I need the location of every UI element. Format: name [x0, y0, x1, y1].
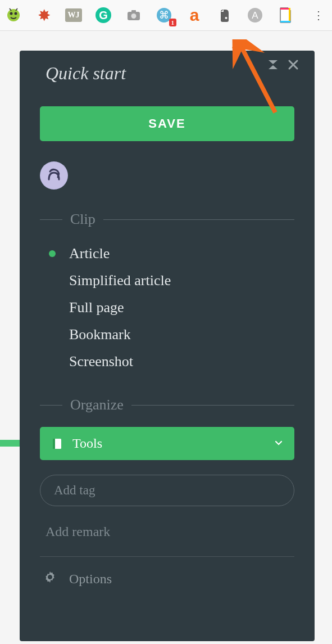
panel-body: SAVE Clip Article Simplified article	[20, 89, 315, 598]
inactive-dot-icon	[49, 304, 56, 311]
divider-line	[40, 219, 62, 220]
badge-count: 1	[169, 19, 177, 26]
svg-point-12	[225, 17, 228, 19]
page-highlight-strip	[0, 440, 20, 447]
clip-option-article[interactable]: Article	[49, 240, 294, 267]
gear-icon	[43, 570, 57, 587]
svg-text:A: A	[252, 10, 258, 21]
notebook-icon	[51, 438, 63, 450]
divider-line	[131, 405, 294, 406]
extension-star-icon[interactable]: ✸	[35, 6, 53, 24]
clip-option-screenshot[interactable]: Screenshot	[49, 348, 294, 375]
avatar[interactable]	[40, 161, 68, 190]
svg-point-2	[15, 12, 17, 15]
wj-icon[interactable]: WJ	[65, 8, 82, 22]
evernote-clipper-panel: Quick start SAVE Clip Artic	[20, 51, 315, 641]
close-icon[interactable]	[288, 59, 299, 74]
panel-title: Quick start	[46, 63, 126, 84]
organize-section: Organize Tools Add remark Options	[40, 397, 294, 587]
svg-rect-17	[280, 21, 290, 22]
section-header-clip: Clip	[40, 211, 294, 228]
command-icon[interactable]: ⌘ 1	[155, 6, 173, 24]
browser-menu-icon[interactable]: ⋮	[313, 8, 328, 22]
svg-marker-19	[231, 39, 248, 52]
panel-header: Quick start	[20, 51, 315, 89]
active-dot-icon	[49, 250, 56, 257]
svg-point-1	[10, 12, 13, 15]
inactive-dot-icon	[49, 331, 56, 338]
clip-section: Clip Article Simplified article Full pag…	[40, 211, 294, 375]
section-label: Clip	[70, 211, 95, 228]
clip-option-bookmark[interactable]: Bookmark	[49, 321, 294, 348]
evernote-icon[interactable]	[216, 6, 234, 24]
options-label: Options	[69, 571, 112, 587]
svg-point-20	[40, 162, 67, 189]
remark-input[interactable]: Add remark	[40, 524, 294, 557]
divider-line	[103, 219, 294, 220]
section-header-organize: Organize	[40, 397, 294, 413]
grammarly-icon[interactable]: G	[94, 6, 112, 24]
panel-controls	[267, 59, 299, 74]
svg-point-0	[7, 9, 20, 21]
inactive-dot-icon	[49, 358, 56, 365]
browser-extension-toolbar: ✸ WJ G ⌘ 1 a A ⋮	[0, 0, 332, 31]
svg-text:⌘: ⌘	[159, 10, 169, 21]
svg-text:G: G	[99, 9, 108, 21]
tag-input[interactable]	[40, 475, 294, 506]
save-button[interactable]: SAVE	[40, 106, 294, 141]
clip-options-list: Article Simplified article Full page Boo…	[40, 240, 294, 375]
inactive-dot-icon	[49, 277, 56, 284]
amazon-assistant-icon[interactable]	[4, 6, 22, 24]
collapse-icon[interactable]	[267, 59, 279, 74]
section-label: Organize	[70, 397, 124, 413]
svg-point-23	[48, 575, 52, 579]
svg-rect-16	[289, 8, 290, 22]
notebook-label: Tools	[72, 436, 265, 451]
camera-icon[interactable]	[125, 6, 143, 24]
notebook-selector[interactable]: Tools	[40, 427, 294, 460]
svg-point-9	[131, 13, 137, 19]
clip-option-fullpage[interactable]: Full page	[49, 294, 294, 321]
chevron-down-icon	[274, 438, 283, 449]
a-circle-icon[interactable]: A	[246, 6, 264, 24]
note-icon[interactable]	[276, 6, 294, 24]
clip-option-simplified[interactable]: Simplified article	[49, 267, 294, 294]
svg-rect-8	[131, 10, 136, 13]
divider-line	[40, 405, 62, 406]
letter-a-icon[interactable]: a	[185, 6, 203, 24]
svg-rect-22	[53, 439, 55, 449]
options-link[interactable]: Options	[40, 570, 294, 587]
